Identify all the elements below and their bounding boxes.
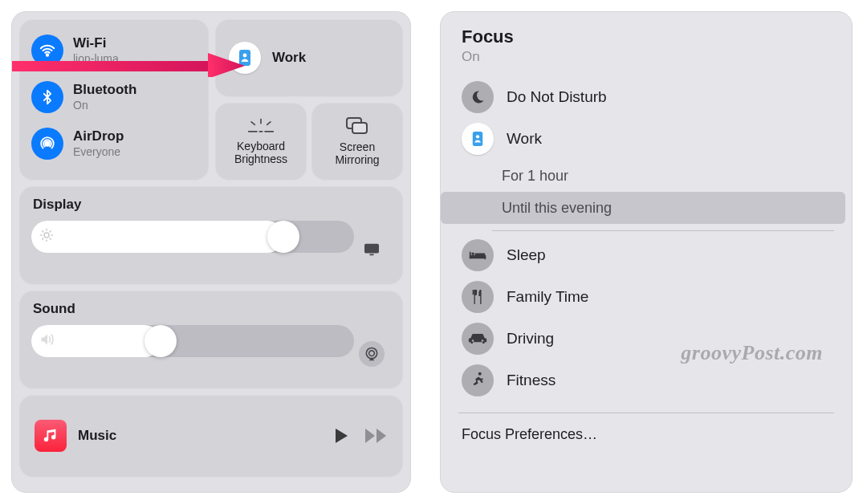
divider xyxy=(458,413,834,413)
svg-point-36 xyxy=(482,339,484,342)
svg-point-0 xyxy=(47,54,48,55)
screen-mirroring-label: Screen Mirroring xyxy=(335,140,379,166)
svg-line-6 xyxy=(267,122,271,124)
wifi-row[interactable]: Wi-Fi lion-luma xyxy=(31,35,198,67)
svg-rect-2 xyxy=(239,50,250,66)
wifi-label: Wi-Fi xyxy=(73,36,119,51)
svg-rect-29 xyxy=(470,252,471,258)
screen-mirroring-icon xyxy=(345,116,369,136)
display-title: Display xyxy=(33,197,402,213)
opt-1hour-label: For 1 hour xyxy=(502,168,568,185)
airdrop-sub: Everyone xyxy=(73,145,124,158)
divider xyxy=(492,230,834,231)
wifi-icon xyxy=(31,35,63,67)
focus-option-1hour[interactable]: For 1 hour xyxy=(441,160,852,192)
svg-line-19 xyxy=(43,238,43,239)
connectivity-tile: Wi-Fi lion-luma Bluetooth On AirDrop Eve… xyxy=(20,20,208,179)
focus-subtitle: On xyxy=(462,49,831,65)
svg-rect-28 xyxy=(470,255,486,258)
driving-label: Driving xyxy=(507,330,554,348)
display-panel: Display xyxy=(20,187,402,283)
focus-title: Focus xyxy=(462,26,831,47)
svg-point-1 xyxy=(45,141,50,146)
wifi-sub: lion-luma xyxy=(73,52,119,65)
airdrop-icon xyxy=(31,128,63,160)
work-label: Work xyxy=(507,130,542,148)
focus-tile[interactable]: Work xyxy=(216,20,402,96)
music-panel[interactable]: Music xyxy=(20,396,402,476)
work-badge-icon xyxy=(462,123,494,155)
bluetooth-sub: On xyxy=(73,99,136,112)
bluetooth-label: Bluetooth xyxy=(73,83,136,98)
bluetooth-row[interactable]: Bluetooth On xyxy=(31,81,198,113)
bed-icon xyxy=(462,239,494,271)
control-center-panel: Wi-Fi lion-luma Bluetooth On AirDrop Eve… xyxy=(11,11,411,493)
fitness-label: Fitness xyxy=(507,372,556,389)
svg-rect-33 xyxy=(475,290,476,295)
svg-point-35 xyxy=(472,339,474,342)
focus-panel: Focus On Do Not Disturb Work For 1 hour … xyxy=(440,11,853,493)
focus-mode-sleep[interactable]: Sleep xyxy=(441,234,852,276)
focus-mode-family[interactable]: Family Time xyxy=(441,276,852,318)
svg-rect-11 xyxy=(352,123,367,133)
connected-display-icon[interactable] xyxy=(359,237,385,262)
svg-line-5 xyxy=(251,122,254,124)
svg-point-24 xyxy=(369,351,375,356)
sound-slider[interactable] xyxy=(31,325,354,357)
dnd-label: Do Not Disturb xyxy=(507,88,607,106)
airplay-audio-icon[interactable] xyxy=(359,341,385,367)
svg-rect-26 xyxy=(473,132,482,146)
forward-icon[interactable] xyxy=(364,427,388,445)
svg-line-18 xyxy=(50,238,51,239)
airdrop-row[interactable]: AirDrop Everyone xyxy=(31,128,198,160)
bluetooth-icon xyxy=(31,81,63,113)
sound-title: Sound xyxy=(33,301,402,317)
apple-music-icon xyxy=(35,420,67,452)
sleep-label: Sleep xyxy=(507,246,546,264)
keyboard-brightness-tile[interactable]: Keyboard Brightness xyxy=(216,104,306,179)
airdrop-label: AirDrop xyxy=(73,129,124,144)
svg-point-27 xyxy=(476,135,479,138)
svg-point-37 xyxy=(478,372,482,376)
work-badge-icon xyxy=(229,42,261,74)
opt-evening-label: Until this evening xyxy=(502,200,612,217)
focus-label: Work xyxy=(272,51,306,66)
focus-mode-dnd[interactable]: Do Not Disturb xyxy=(441,76,852,118)
keyboard-brightness-label: Keyboard Brightness xyxy=(234,140,287,165)
focus-option-evening[interactable]: Until this evening xyxy=(441,192,845,224)
focus-mode-work[interactable]: Work xyxy=(441,118,852,160)
sound-panel: Sound xyxy=(20,291,402,388)
watermark: groovyPost.com xyxy=(681,341,823,365)
car-icon xyxy=(462,323,494,355)
svg-rect-32 xyxy=(474,290,474,304)
svg-rect-22 xyxy=(369,254,373,255)
fork-knife-icon xyxy=(462,281,494,313)
running-icon xyxy=(462,364,494,396)
keyboard-brightness-icon xyxy=(247,117,275,135)
svg-point-12 xyxy=(44,233,49,238)
speaker-icon xyxy=(39,332,55,350)
display-slider[interactable] xyxy=(31,221,354,253)
svg-point-3 xyxy=(243,54,247,58)
svg-line-17 xyxy=(43,231,43,232)
focus-preferences-link[interactable]: Focus Preferences… xyxy=(441,418,852,443)
moon-icon xyxy=(462,81,494,113)
svg-rect-21 xyxy=(364,244,379,254)
svg-rect-30 xyxy=(484,255,486,259)
svg-point-23 xyxy=(366,348,377,359)
play-icon[interactable] xyxy=(333,427,349,445)
music-label: Music xyxy=(78,429,116,444)
svg-rect-34 xyxy=(473,290,474,295)
screen-mirroring-tile[interactable]: Screen Mirroring xyxy=(312,104,402,179)
sun-icon xyxy=(39,228,54,246)
family-label: Family Time xyxy=(507,288,588,306)
music-controls xyxy=(333,427,388,445)
svg-line-20 xyxy=(50,231,51,232)
svg-point-31 xyxy=(471,253,474,255)
focus-mode-fitness[interactable]: Fitness xyxy=(441,360,852,401)
